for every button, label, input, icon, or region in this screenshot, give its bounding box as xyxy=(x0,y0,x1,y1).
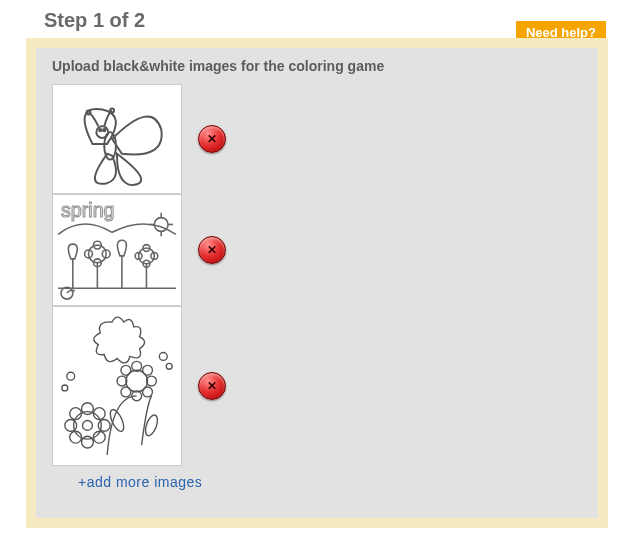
svg-text:spring: spring xyxy=(61,199,114,221)
svg-point-50 xyxy=(62,385,68,391)
svg-point-29 xyxy=(82,436,94,448)
svg-point-3 xyxy=(103,129,105,131)
svg-point-18 xyxy=(139,248,155,264)
svg-point-1 xyxy=(96,126,108,138)
svg-point-7 xyxy=(154,218,168,232)
thumbnail-image xyxy=(52,306,182,466)
step-title: Step 1 of 2 xyxy=(44,9,145,38)
svg-point-42 xyxy=(143,365,153,375)
add-more-images-link[interactable]: +add more images xyxy=(52,466,227,490)
thumbnail-row: spring xyxy=(52,194,227,306)
delete-thumbnail-button[interactable]: ✕ xyxy=(198,236,226,264)
svg-point-4 xyxy=(87,111,91,115)
svg-point-49 xyxy=(67,372,75,380)
svg-point-43 xyxy=(121,387,131,397)
svg-point-48 xyxy=(166,363,172,369)
flowers-icon xyxy=(53,307,181,465)
svg-point-28 xyxy=(82,403,94,415)
svg-point-41 xyxy=(121,365,131,375)
svg-point-27 xyxy=(83,420,93,430)
thumbnail-row: ✕ xyxy=(52,306,227,466)
upload-panel: Upload black&white images for the colori… xyxy=(26,38,608,528)
delete-thumbnail-button[interactable]: ✕ xyxy=(198,125,226,153)
delete-thumbnail-button[interactable]: ✕ xyxy=(198,372,226,400)
thumbnail-image xyxy=(52,84,182,194)
svg-point-30 xyxy=(65,419,77,431)
thumbnail-image: spring xyxy=(52,194,182,306)
svg-point-31 xyxy=(98,419,110,431)
upload-instruction: Upload black&white images for the colori… xyxy=(52,58,582,74)
svg-point-44 xyxy=(143,387,153,397)
svg-point-2 xyxy=(99,129,101,131)
svg-point-26 xyxy=(74,412,102,440)
svg-point-5 xyxy=(110,109,114,113)
thumbnail-row: ✕ xyxy=(52,84,227,194)
svg-point-12 xyxy=(89,245,107,263)
thumbnail-column: ✕ spring xyxy=(52,84,227,490)
spring-flowers-icon: spring xyxy=(53,195,181,305)
butterfly-icon xyxy=(53,85,181,193)
svg-point-47 xyxy=(159,353,167,361)
wizard-header: Step 1 of 2 Need help? xyxy=(0,0,634,38)
